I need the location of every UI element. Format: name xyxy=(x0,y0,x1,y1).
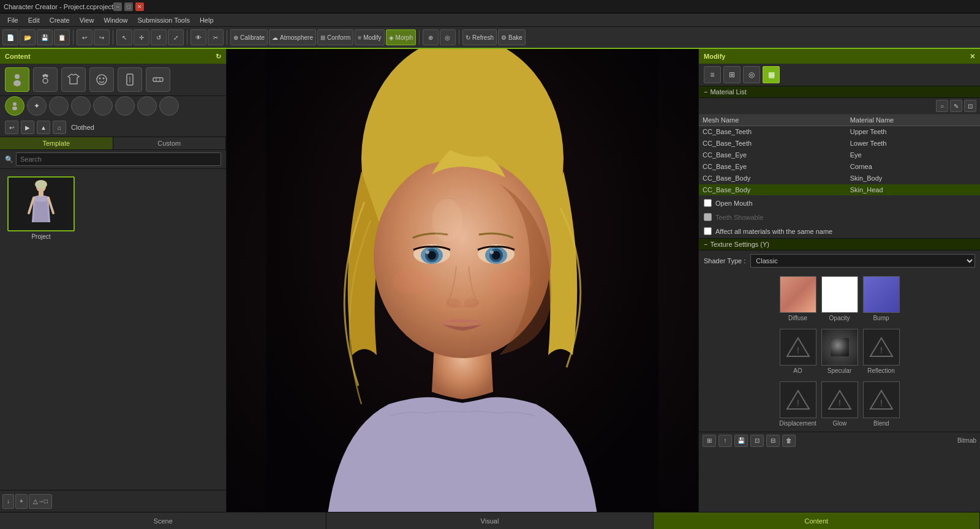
icon2-circle6[interactable] xyxy=(159,96,179,116)
specular-thumbnail[interactable] xyxy=(821,329,858,366)
btab-content[interactable]: Content xyxy=(654,512,980,529)
icon-body[interactable] xyxy=(118,67,142,92)
icon2-star[interactable]: ✦ xyxy=(27,96,47,116)
maximize-button[interactable]: □ xyxy=(124,2,133,11)
btm-btn-3[interactable]: 💾 xyxy=(734,435,748,447)
icon-hair[interactable] xyxy=(33,67,58,92)
morph-button[interactable]: ◈Morph xyxy=(386,29,416,45)
mod-icon-circle[interactable]: ◎ xyxy=(743,66,760,83)
btm-btn-2[interactable]: ↑ xyxy=(718,435,732,447)
icon-clothing[interactable] xyxy=(61,67,86,92)
toolbar-btn-b[interactable]: ◎ xyxy=(440,29,456,45)
view-button[interactable]: 👁 xyxy=(190,29,206,45)
btm-btn-5[interactable]: ⊟ xyxy=(766,435,780,447)
atmosphere-button[interactable]: ☁Atmosphere xyxy=(269,29,316,45)
move-button[interactable]: ✛ xyxy=(134,29,149,45)
mod-icon-grid[interactable]: ⊞ xyxy=(723,66,741,83)
lb-down-button[interactable]: ↓ xyxy=(2,494,14,509)
icon-face[interactable] xyxy=(89,67,114,92)
minimize-button[interactable]: − xyxy=(113,2,122,11)
redo-button[interactable]: ↪ xyxy=(94,29,110,45)
nav-up[interactable]: ▲ xyxy=(37,121,50,134)
open-button[interactable]: 📂 xyxy=(20,29,36,45)
table-row[interactable]: CC_Base_Teeth Lower Teeth xyxy=(699,138,980,149)
shader-type-select[interactable]: Classic PBR SSS xyxy=(750,254,975,268)
import-button[interactable]: 📋 xyxy=(54,29,70,45)
content-refresh-icon[interactable]: ↻ xyxy=(216,53,221,61)
affect-all-checkbox[interactable] xyxy=(704,227,712,235)
table-row[interactable]: CC_Base_Teeth Upper Teeth xyxy=(699,126,980,138)
lb-add-button[interactable]: + xyxy=(15,494,28,509)
icon2-circle1[interactable] xyxy=(49,96,69,116)
displacement-thumbnail[interactable]: ! xyxy=(780,381,816,418)
mod-icon-checker[interactable]: ▦ xyxy=(763,66,780,83)
viewport[interactable] xyxy=(227,49,698,512)
icon2-person[interactable] xyxy=(5,96,24,116)
mat-mesh-cell: CC_Base_Body xyxy=(699,184,846,196)
rotate-button[interactable]: ↺ xyxy=(151,29,167,45)
icon-character[interactable] xyxy=(5,67,29,92)
undo-button[interactable]: ↩ xyxy=(77,29,92,45)
bake-button[interactable]: ⚙Bake xyxy=(498,29,526,45)
icon2-circle4[interactable] xyxy=(115,96,135,116)
list-item[interactable]: Project xyxy=(7,176,75,240)
mat-btn-export[interactable]: ⊡ xyxy=(964,100,976,112)
btm-btn-6[interactable]: 🗑 xyxy=(782,435,796,447)
menu-file[interactable]: File xyxy=(2,15,23,25)
svg-point-32 xyxy=(464,298,479,308)
mat-btn-circle[interactable]: ○ xyxy=(936,100,948,112)
menu-window[interactable]: Window xyxy=(99,15,132,25)
section-collapse-icon[interactable]: − xyxy=(704,88,707,96)
refresh-button[interactable]: ↻Refresh xyxy=(462,29,497,45)
table-row[interactable]: CC_Base_Eye Cornea xyxy=(699,161,980,173)
icon2-circle3[interactable] xyxy=(93,96,113,116)
reflection-thumbnail[interactable]: ! xyxy=(863,329,900,366)
modify-close-icon[interactable]: ✕ xyxy=(970,53,975,61)
btab-scene[interactable]: Scene xyxy=(0,512,326,529)
conform-button[interactable]: ⊞Conform xyxy=(317,29,353,45)
icon-accessories[interactable] xyxy=(146,67,170,92)
save-button[interactable]: 💾 xyxy=(37,29,53,45)
modify-button[interactable]: ≡Modify xyxy=(355,29,384,45)
table-row[interactable]: CC_Base_Body Skin_Body xyxy=(699,173,980,184)
calibrate-button[interactable]: ⊕Calibrate xyxy=(230,29,268,45)
menu-help[interactable]: Help xyxy=(195,15,219,25)
texture-section-toggle[interactable]: − xyxy=(704,241,707,248)
table-row[interactable]: CC_Base_Body Skin_Head xyxy=(699,184,980,196)
nav-back[interactable]: ↩ xyxy=(5,121,18,134)
tab-template[interactable]: Template xyxy=(0,137,113,149)
ao-thumbnail[interactable]: ! xyxy=(780,329,816,366)
btab-visual[interactable]: Visual xyxy=(326,512,653,529)
menu-submission-tools[interactable]: Submission Tools xyxy=(133,15,195,25)
lb-export-button[interactable]: △→□ xyxy=(29,494,52,509)
menu-view[interactable]: View xyxy=(75,15,99,25)
mat-material-cell: Upper Teeth xyxy=(846,126,980,138)
icon2-circle2[interactable] xyxy=(71,96,91,116)
close-button[interactable]: ✕ xyxy=(135,2,144,11)
diffuse-thumbnail[interactable] xyxy=(780,276,816,313)
scale-button[interactable]: ⤢ xyxy=(168,29,184,45)
toolbar-btn-a[interactable]: ⊕ xyxy=(423,29,439,45)
mod-icon-list[interactable]: ≡ xyxy=(704,66,721,83)
tab-custom[interactable]: Custom xyxy=(113,137,227,149)
blend-thumbnail[interactable]: ! xyxy=(863,381,900,418)
icon2-circle5[interactable] xyxy=(137,96,157,116)
open-mouth-checkbox[interactable] xyxy=(704,199,712,207)
table-row[interactable]: CC_Base_Eye Eye xyxy=(699,149,980,161)
btm-btn-1[interactable]: ⊞ xyxy=(703,435,716,447)
material-table: Mesh Name Material Name CC_Base_Teeth Up… xyxy=(699,114,980,196)
nav-home[interactable]: ⌂ xyxy=(53,121,66,134)
glow-thumbnail[interactable]: ! xyxy=(821,381,858,418)
select-button[interactable]: ↖ xyxy=(116,29,132,45)
search-icon: 🔍 xyxy=(5,156,13,163)
mat-btn-edit[interactable]: ✎ xyxy=(950,100,962,112)
opacity-thumbnail[interactable] xyxy=(821,276,858,313)
menu-edit[interactable]: Edit xyxy=(23,15,45,25)
bump-thumbnail[interactable] xyxy=(863,276,900,313)
cut-button[interactable]: ✂ xyxy=(208,29,224,45)
menu-create[interactable]: Create xyxy=(45,15,75,25)
search-input[interactable] xyxy=(16,152,221,166)
nav-forward[interactable]: ▶ xyxy=(21,121,34,134)
new-button[interactable]: 📄 xyxy=(2,29,18,45)
btm-btn-4[interactable]: ⊡ xyxy=(750,435,764,447)
